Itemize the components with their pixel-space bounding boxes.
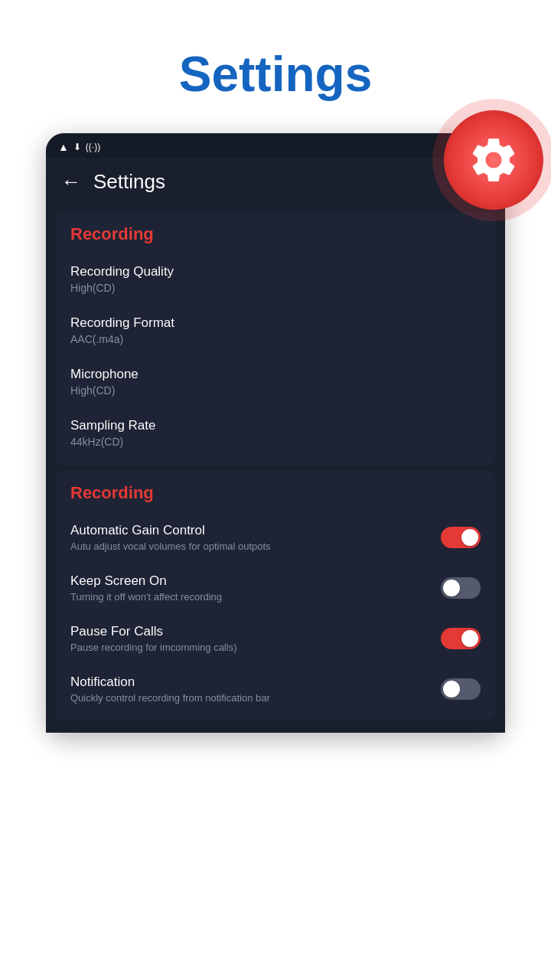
setting-description-automatic-gain-control: Autu adjust vocal volumes for optimal ou… [70, 541, 441, 552]
gear-icon [467, 133, 520, 187]
toggle-pause-for-calls[interactable] [441, 628, 481, 649]
setting-label-recording-format: Recording Format [70, 315, 481, 331]
page-title: Settings [0, 0, 551, 133]
setting-row-recording-quality[interactable]: Recording Quality High(CD) [55, 253, 496, 305]
setting-description-notification: Quickly control recording from notificat… [70, 692, 441, 704]
setting-label-recording-quality: Recording Quality [70, 264, 481, 279]
setting-text-notification: Notification Quickly control recording f… [70, 675, 441, 704]
setting-text-automatic-gain-control: Automatic Gain Control Autu adjust vocal… [70, 523, 441, 552]
setting-label-notification: Notification [70, 675, 441, 690]
toggle-knob-keep-screen-on [443, 580, 460, 596]
setting-row-microphone[interactable]: Microphone High(CD) [55, 356, 496, 407]
toggle-knob-automatic-gain-control [461, 529, 478, 546]
setting-value-microphone: High(CD) [70, 384, 481, 397]
setting-text-microphone: Microphone High(CD) [70, 367, 481, 397]
setting-label-pause-for-calls: Pause For Calls [70, 624, 441, 639]
download-icon: ⬇ [73, 142, 81, 152]
back-button[interactable]: ← [61, 170, 81, 194]
status-left: ▲ ⬇ ((·)) [58, 141, 100, 153]
section-recording-2-title: Recording [55, 483, 496, 512]
section-recording-2: Recording Automatic Gain Control Autu ad… [55, 471, 496, 720]
gear-overlay [444, 110, 543, 210]
setting-description-keep-screen-on: Turning it off won't affect recording [70, 591, 441, 603]
toggle-knob-pause-for-calls [461, 630, 478, 647]
setting-text-sampling-rate: Sampling Rate 44kHz(CD) [70, 418, 481, 448]
setting-label-sampling-rate: Sampling Rate [70, 418, 481, 433]
status-bar: ▲ ⬇ ((·)) ▿ ▭ [46, 133, 505, 158]
setting-description-pause-for-calls: Pause recording for imcomming calls) [70, 642, 441, 653]
phone-frame: ▲ ⬇ ((·)) ▿ ▭ ← Settings Recording Recor… [46, 133, 505, 733]
setting-label-microphone: Microphone [70, 367, 481, 382]
signal-icon: ▲ [58, 141, 69, 153]
setting-row-pause-for-calls[interactable]: Pause For Calls Pause recording for imco… [55, 613, 496, 664]
radio-icon: ((·)) [86, 142, 100, 152]
setting-row-recording-format[interactable]: Recording Format AAC(.m4a) [55, 305, 496, 356]
toggle-knob-notification [443, 681, 460, 697]
setting-value-recording-quality: High(CD) [70, 282, 481, 294]
setting-label-keep-screen-on: Keep Screen On [70, 573, 441, 589]
setting-label-automatic-gain-control: Automatic Gain Control [70, 523, 441, 538]
setting-text-keep-screen-on: Keep Screen On Turning it off won't affe… [70, 573, 441, 603]
setting-row-automatic-gain-control[interactable]: Automatic Gain Control Autu adjust vocal… [55, 512, 496, 563]
setting-text-recording-format: Recording Format AAC(.m4a) [70, 315, 481, 345]
setting-text-recording-quality: Recording Quality High(CD) [70, 264, 481, 294]
settings-content: Recording Recording Quality High(CD) Rec… [46, 212, 505, 733]
app-bar-title: Settings [93, 170, 165, 194]
setting-row-notification[interactable]: Notification Quickly control recording f… [55, 664, 496, 714]
app-bar: ← Settings [46, 158, 505, 206]
setting-row-keep-screen-on[interactable]: Keep Screen On Turning it off won't affe… [55, 563, 496, 613]
toggle-automatic-gain-control[interactable] [441, 527, 481, 548]
setting-row-sampling-rate[interactable]: Sampling Rate 44kHz(CD) [55, 407, 496, 459]
toggle-keep-screen-on[interactable] [441, 577, 481, 599]
setting-value-recording-format: AAC(.m4a) [70, 333, 481, 345]
setting-value-sampling-rate: 44kHz(CD) [70, 436, 481, 448]
section-recording-1: Recording Recording Quality High(CD) Rec… [55, 212, 496, 465]
toggle-notification[interactable] [441, 678, 481, 700]
setting-text-pause-for-calls: Pause For Calls Pause recording for imco… [70, 624, 441, 653]
section-recording-1-title: Recording [55, 224, 496, 253]
